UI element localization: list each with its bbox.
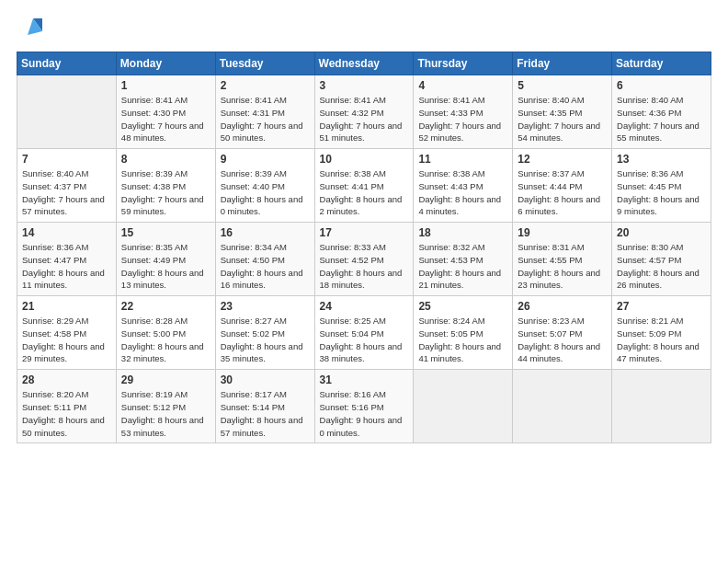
day-number: 16 bbox=[221, 226, 310, 239]
calendar-cell: 31Sunrise: 8:16 AM Sunset: 5:16 PM Dayli… bbox=[314, 370, 414, 443]
day-number: 30 bbox=[221, 373, 310, 386]
day-info: Sunrise: 8:38 AM Sunset: 4:41 PM Dayligh… bbox=[320, 167, 409, 218]
calendar-cell: 21Sunrise: 8:29 AM Sunset: 4:58 PM Dayli… bbox=[17, 296, 117, 370]
day-number: 1 bbox=[121, 79, 210, 92]
day-info: Sunrise: 8:23 AM Sunset: 5:07 PM Dayligh… bbox=[518, 315, 607, 365]
calendar-cell: 18Sunrise: 8:32 AM Sunset: 4:53 PM Dayli… bbox=[414, 223, 513, 296]
day-info: Sunrise: 8:20 AM Sunset: 5:11 PM Dayligh… bbox=[22, 388, 111, 439]
day-info: Sunrise: 8:40 AM Sunset: 4:37 PM Dayligh… bbox=[22, 167, 111, 218]
day-number: 10 bbox=[320, 153, 409, 166]
day-info: Sunrise: 8:38 AM Sunset: 4:43 PM Dayligh… bbox=[418, 167, 507, 218]
calendar-week: 1Sunrise: 8:41 AM Sunset: 4:30 PM Daylig… bbox=[17, 75, 711, 149]
calendar-cell: 30Sunrise: 8:17 AM Sunset: 5:14 PM Dayli… bbox=[215, 370, 314, 443]
calendar-cell: 2Sunrise: 8:41 AM Sunset: 4:31 PM Daylig… bbox=[215, 75, 314, 149]
day-number: 14 bbox=[22, 226, 111, 239]
calendar-cell: 29Sunrise: 8:19 AM Sunset: 5:12 PM Dayli… bbox=[116, 370, 215, 443]
day-number: 23 bbox=[221, 300, 310, 313]
day-number: 6 bbox=[617, 79, 706, 92]
calendar-cell: 16Sunrise: 8:34 AM Sunset: 4:50 PM Dayli… bbox=[215, 223, 314, 296]
calendar-week: 7Sunrise: 8:40 AM Sunset: 4:37 PM Daylig… bbox=[17, 149, 711, 223]
day-number: 21 bbox=[22, 300, 111, 313]
day-info: Sunrise: 8:16 AM Sunset: 5:16 PM Dayligh… bbox=[320, 388, 409, 439]
day-info: Sunrise: 8:33 AM Sunset: 4:52 PM Dayligh… bbox=[320, 241, 409, 292]
calendar-cell: 6Sunrise: 8:40 AM Sunset: 4:36 PM Daylig… bbox=[612, 75, 711, 149]
calendar-cell: 22Sunrise: 8:28 AM Sunset: 5:00 PM Dayli… bbox=[116, 296, 215, 370]
logo bbox=[17, 15, 48, 42]
day-number: 13 bbox=[617, 153, 706, 166]
day-number: 12 bbox=[518, 153, 607, 166]
calendar-cell bbox=[612, 370, 711, 443]
day-info: Sunrise: 8:41 AM Sunset: 4:30 PM Dayligh… bbox=[121, 94, 210, 144]
day-header: Friday bbox=[513, 52, 612, 75]
day-number: 7 bbox=[22, 153, 111, 166]
calendar-cell bbox=[17, 75, 117, 149]
day-number: 28 bbox=[22, 373, 111, 386]
calendar-cell: 19Sunrise: 8:31 AM Sunset: 4:55 PM Dayli… bbox=[513, 223, 612, 296]
day-info: Sunrise: 8:36 AM Sunset: 4:47 PM Dayligh… bbox=[22, 241, 111, 292]
calendar-cell: 12Sunrise: 8:37 AM Sunset: 4:44 PM Dayli… bbox=[513, 149, 612, 223]
day-info: Sunrise: 8:19 AM Sunset: 5:12 PM Dayligh… bbox=[121, 388, 210, 439]
calendar-cell: 13Sunrise: 8:36 AM Sunset: 4:45 PM Dayli… bbox=[612, 149, 711, 223]
calendar-week: 28Sunrise: 8:20 AM Sunset: 5:11 PM Dayli… bbox=[17, 370, 711, 443]
calendar-cell bbox=[414, 370, 513, 443]
day-info: Sunrise: 8:39 AM Sunset: 4:38 PM Dayligh… bbox=[121, 167, 210, 218]
calendar-cell: 24Sunrise: 8:25 AM Sunset: 5:04 PM Dayli… bbox=[314, 296, 414, 370]
day-info: Sunrise: 8:41 AM Sunset: 4:31 PM Dayligh… bbox=[221, 94, 310, 144]
day-info: Sunrise: 8:40 AM Sunset: 4:35 PM Dayligh… bbox=[518, 94, 607, 144]
calendar-cell: 25Sunrise: 8:24 AM Sunset: 5:05 PM Dayli… bbox=[414, 296, 513, 370]
calendar-cell: 8Sunrise: 8:39 AM Sunset: 4:38 PM Daylig… bbox=[116, 149, 215, 223]
day-info: Sunrise: 8:30 AM Sunset: 4:57 PM Dayligh… bbox=[617, 241, 706, 292]
calendar-cell: 3Sunrise: 8:41 AM Sunset: 4:32 PM Daylig… bbox=[314, 75, 414, 149]
day-info: Sunrise: 8:36 AM Sunset: 4:45 PM Dayligh… bbox=[617, 167, 706, 218]
calendar-cell: 5Sunrise: 8:40 AM Sunset: 4:35 PM Daylig… bbox=[513, 75, 612, 149]
calendar-cell: 27Sunrise: 8:21 AM Sunset: 5:09 PM Dayli… bbox=[612, 296, 711, 370]
day-number: 4 bbox=[418, 79, 507, 92]
calendar-cell: 14Sunrise: 8:36 AM Sunset: 4:47 PM Dayli… bbox=[17, 223, 117, 296]
day-info: Sunrise: 8:24 AM Sunset: 5:05 PM Dayligh… bbox=[418, 315, 507, 365]
day-info: Sunrise: 8:29 AM Sunset: 4:58 PM Dayligh… bbox=[22, 315, 111, 365]
day-number: 26 bbox=[518, 300, 607, 313]
day-number: 3 bbox=[320, 79, 409, 92]
day-number: 18 bbox=[418, 226, 507, 239]
day-number: 5 bbox=[518, 79, 607, 92]
day-info: Sunrise: 8:39 AM Sunset: 4:40 PM Dayligh… bbox=[221, 167, 310, 218]
calendar-cell: 15Sunrise: 8:35 AM Sunset: 4:49 PM Dayli… bbox=[116, 223, 215, 296]
day-info: Sunrise: 8:27 AM Sunset: 5:02 PM Dayligh… bbox=[221, 315, 310, 365]
calendar-cell: 10Sunrise: 8:38 AM Sunset: 4:41 PM Dayli… bbox=[314, 149, 414, 223]
day-number: 22 bbox=[121, 300, 210, 313]
day-header: Saturday bbox=[612, 52, 711, 75]
day-number: 11 bbox=[418, 153, 507, 166]
calendar-cell: 17Sunrise: 8:33 AM Sunset: 4:52 PM Dayli… bbox=[314, 223, 414, 296]
day-info: Sunrise: 8:31 AM Sunset: 4:55 PM Dayligh… bbox=[518, 241, 607, 292]
day-info: Sunrise: 8:41 AM Sunset: 4:33 PM Dayligh… bbox=[418, 94, 507, 144]
calendar-cell: 20Sunrise: 8:30 AM Sunset: 4:57 PM Dayli… bbox=[612, 223, 711, 296]
day-number: 20 bbox=[617, 226, 706, 239]
calendar-week: 14Sunrise: 8:36 AM Sunset: 4:47 PM Dayli… bbox=[17, 223, 711, 296]
day-number: 2 bbox=[221, 79, 310, 92]
calendar-cell: 9Sunrise: 8:39 AM Sunset: 4:40 PM Daylig… bbox=[215, 149, 314, 223]
day-info: Sunrise: 8:35 AM Sunset: 4:49 PM Dayligh… bbox=[121, 241, 210, 292]
day-header: Wednesday bbox=[314, 52, 414, 75]
day-number: 31 bbox=[320, 373, 409, 386]
day-info: Sunrise: 8:40 AM Sunset: 4:36 PM Dayligh… bbox=[617, 94, 706, 144]
day-number: 27 bbox=[617, 300, 706, 313]
day-header: Tuesday bbox=[215, 52, 314, 75]
calendar-cell: 4Sunrise: 8:41 AM Sunset: 4:33 PM Daylig… bbox=[414, 75, 513, 149]
day-number: 8 bbox=[121, 153, 210, 166]
calendar-page: SundayMondayTuesdayWednesdayThursdayFrid… bbox=[0, 0, 728, 563]
calendar-cell: 7Sunrise: 8:40 AM Sunset: 4:37 PM Daylig… bbox=[17, 149, 117, 223]
calendar-cell: 11Sunrise: 8:38 AM Sunset: 4:43 PM Dayli… bbox=[414, 149, 513, 223]
day-number: 24 bbox=[320, 300, 409, 313]
calendar-cell: 1Sunrise: 8:41 AM Sunset: 4:30 PM Daylig… bbox=[116, 75, 215, 149]
day-number: 19 bbox=[518, 226, 607, 239]
calendar-table: SundayMondayTuesdayWednesdayThursdayFrid… bbox=[17, 52, 711, 443]
day-info: Sunrise: 8:41 AM Sunset: 4:32 PM Dayligh… bbox=[320, 94, 409, 144]
calendar-cell: 28Sunrise: 8:20 AM Sunset: 5:11 PM Dayli… bbox=[17, 370, 117, 443]
day-header: Thursday bbox=[414, 52, 513, 75]
day-header: Sunday bbox=[17, 52, 117, 75]
day-number: 9 bbox=[221, 153, 310, 166]
day-number: 17 bbox=[320, 226, 409, 239]
day-number: 15 bbox=[121, 226, 210, 239]
day-info: Sunrise: 8:34 AM Sunset: 4:50 PM Dayligh… bbox=[221, 241, 310, 292]
calendar-week: 21Sunrise: 8:29 AM Sunset: 4:58 PM Dayli… bbox=[17, 296, 711, 370]
